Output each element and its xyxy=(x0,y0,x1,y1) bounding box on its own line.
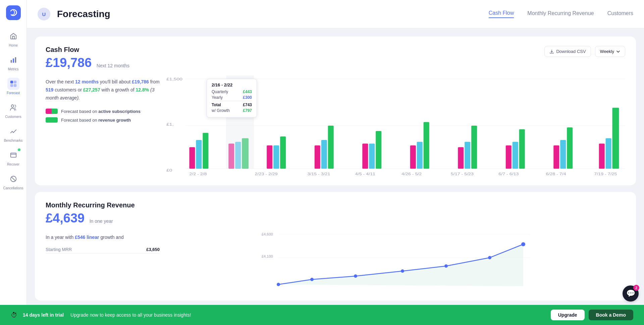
chart-legend: Forecast based on active subscriptions F… xyxy=(46,109,160,123)
upgrade-button[interactable]: Upgrade xyxy=(551,310,585,320)
sidebar-item-forecast[interactable]: Forecast xyxy=(0,74,26,98)
svg-rect-19 xyxy=(196,140,202,169)
svg-rect-8 xyxy=(10,153,16,157)
nav-item-mrr[interactable]: Monthly Recurring Revenue xyxy=(527,10,594,18)
svg-rect-2 xyxy=(15,57,16,63)
svg-rect-44 xyxy=(560,140,566,169)
customers-icon-wrap xyxy=(7,102,19,114)
legend-revenue-growth: Forecast based on revenue growth xyxy=(46,117,160,123)
svg-rect-0 xyxy=(10,60,12,63)
mrr-header: Monthly Recurring Revenue £4,639 In one … xyxy=(46,201,625,225)
svg-rect-30 xyxy=(328,126,334,169)
svg-rect-4 xyxy=(13,81,16,83)
mrr-card: Monthly Recurring Revenue £4,639 In one … xyxy=(35,192,636,301)
svg-text:£4,100: £4,100 xyxy=(262,254,273,258)
page-header: U Forecasting Cash Flow Monthly Recurrin… xyxy=(27,0,644,28)
svg-rect-32 xyxy=(369,144,375,169)
svg-text:£4,600: £4,600 xyxy=(262,232,273,236)
content-area: Cash Flow £19,786 Next 12 months Downloa… xyxy=(27,28,644,325)
mrr-line-chart-svg: £4,600 £4,100 xyxy=(166,231,625,291)
cash-flow-header: Cash Flow £19,786 Next 12 months Downloa… xyxy=(46,46,625,70)
svg-rect-26 xyxy=(273,145,279,169)
download-csv-label: Download CSV xyxy=(556,49,586,54)
recover-notification-dot xyxy=(18,148,20,151)
chevron-down-icon xyxy=(616,50,620,54)
svg-rect-28 xyxy=(315,145,320,169)
sidebar: Home Metrics Forecast Customers Benchmar… xyxy=(0,0,27,325)
chat-notification-badge: 2 xyxy=(633,285,639,291)
sidebar-item-metrics-label: Metrics xyxy=(8,67,18,71)
svg-rect-25 xyxy=(267,145,272,169)
tooltip-yearly: Yearly£300 xyxy=(212,95,252,100)
svg-point-63 xyxy=(310,278,314,281)
tooltip-total: Total£743 xyxy=(212,101,252,107)
cash-flow-chart-area: Over the next 12 months you'll bill abou… xyxy=(46,75,625,176)
bar-chart: 2/16 - 2/22 Quarterly£443 Yearly£300 Tot… xyxy=(166,75,625,176)
sidebar-item-home[interactable]: Home xyxy=(0,27,26,51)
svg-rect-37 xyxy=(458,147,464,169)
cash-flow-chart: 2/16 - 2/22 Quarterly£443 Yearly£300 Tot… xyxy=(166,75,625,176)
svg-rect-18 xyxy=(189,147,195,169)
user-avatar-header: U xyxy=(38,8,50,20)
sidebar-item-forecast-label: Forecast xyxy=(7,91,20,95)
header-nav: Cash Flow Monthly Recurring Revenue Cust… xyxy=(489,10,633,18)
tooltip-growth: w/ Growth£797 xyxy=(212,108,252,113)
svg-text:2/23 - 2/29: 2/23 - 2/29 xyxy=(255,172,278,176)
svg-point-65 xyxy=(401,269,404,273)
nav-item-cash-flow[interactable]: Cash Flow xyxy=(489,10,514,18)
svg-text:£1,: £1, xyxy=(166,122,174,127)
sidebar-item-recover-label: Recover xyxy=(7,162,19,166)
svg-rect-38 xyxy=(465,142,470,169)
svg-point-68 xyxy=(521,242,525,246)
svg-rect-36 xyxy=(424,122,429,169)
sidebar-item-cancellations-label: Cancellations xyxy=(3,186,23,190)
chat-bubble-button[interactable]: 💬 2 xyxy=(623,285,639,302)
trial-text: 14 days left in trial Upgrade now to kee… xyxy=(23,312,191,318)
sidebar-item-customers[interactable]: Customers xyxy=(0,98,26,122)
sidebar-item-benchmarks-label: Benchmarks xyxy=(4,139,23,142)
svg-rect-20 xyxy=(203,133,208,169)
trial-days-left: 14 days left in trial xyxy=(23,312,64,318)
svg-text:£0: £0 xyxy=(166,168,172,173)
svg-rect-29 xyxy=(321,140,327,169)
svg-rect-42 xyxy=(519,129,525,169)
forecast-icon-wrap xyxy=(7,78,19,90)
svg-rect-35 xyxy=(417,142,423,169)
svg-text:£1,500: £1,500 xyxy=(166,77,182,81)
mrr-table: Starting MRR £3,650 xyxy=(46,246,160,254)
svg-rect-1 xyxy=(13,58,14,63)
book-demo-button[interactable]: Book a Demo xyxy=(589,310,633,320)
svg-rect-5 xyxy=(10,84,13,87)
sidebar-item-recover[interactable]: Recover xyxy=(0,146,26,170)
svg-text:6/7 - 6/13: 6/7 - 6/13 xyxy=(498,172,519,176)
cash-flow-period: Next 12 months xyxy=(97,63,129,68)
period-dropdown[interactable]: Weekly xyxy=(595,46,625,57)
sidebar-item-benchmarks[interactable]: Benchmarks xyxy=(0,122,26,146)
cash-flow-title-block: Cash Flow £19,786 Next 12 months xyxy=(46,46,129,70)
svg-rect-48 xyxy=(612,108,619,169)
app-logo[interactable] xyxy=(6,5,21,20)
mrr-amount: £4,639 xyxy=(46,211,85,225)
legend-active-subscriptions: Forecast based on active subscriptions xyxy=(46,109,160,114)
page-title: Forecasting xyxy=(57,9,110,19)
svg-point-64 xyxy=(354,274,357,278)
sidebar-item-cancellations[interactable]: Cancellations xyxy=(0,170,26,193)
svg-rect-39 xyxy=(471,126,477,169)
svg-text:4/5 - 4/11: 4/5 - 4/11 xyxy=(355,172,375,176)
period-dropdown-label: Weekly xyxy=(600,49,614,54)
cash-flow-card: Cash Flow £19,786 Next 12 months Downloa… xyxy=(35,37,636,185)
download-csv-button[interactable]: Download CSV xyxy=(544,46,591,57)
svg-rect-41 xyxy=(513,142,518,169)
mrr-amount-row: £4,639 In one year xyxy=(46,211,135,225)
svg-rect-43 xyxy=(553,145,559,169)
mrr-starting-row: Starting MRR £3,650 xyxy=(46,246,160,254)
nav-item-customers[interactable]: Customers xyxy=(607,10,633,18)
cash-flow-info: Over the next 12 months you'll bill abou… xyxy=(46,75,160,176)
svg-rect-33 xyxy=(376,131,381,169)
mrr-title-block: Monthly Recurring Revenue £4,639 In one … xyxy=(46,201,135,225)
mrr-starting-value: £3,650 xyxy=(146,247,160,252)
sidebar-item-metrics[interactable]: Metrics xyxy=(0,51,26,74)
svg-rect-31 xyxy=(362,144,368,169)
svg-rect-34 xyxy=(410,145,416,169)
mrr-period: In one year xyxy=(90,218,113,224)
